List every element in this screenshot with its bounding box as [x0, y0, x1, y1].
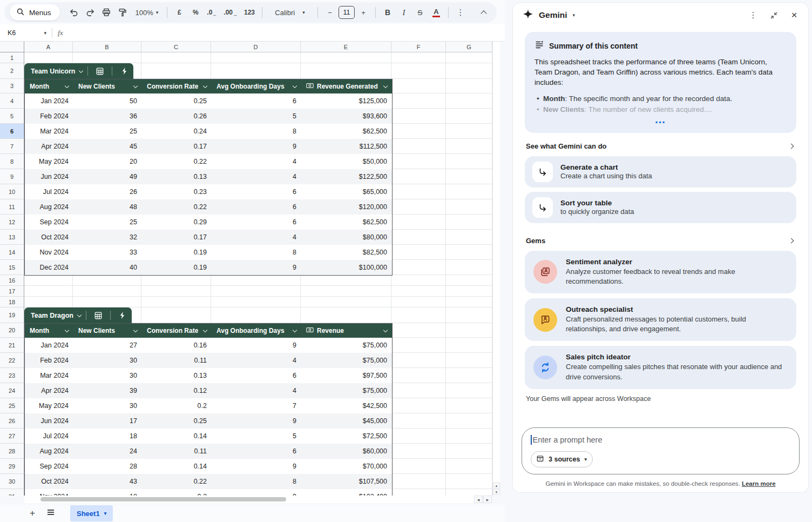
grid-cell[interactable]: [446, 459, 492, 474]
hide-toolbar-button[interactable]: [476, 5, 491, 20]
italic-button[interactable]: I: [396, 5, 411, 20]
table-cell[interactable]: 33: [73, 245, 142, 260]
table-cell[interactable]: $100,000: [301, 260, 392, 275]
grid-cell[interactable]: [141, 275, 211, 286]
row-header-25[interactable]: 25: [0, 398, 24, 413]
row-header-4[interactable]: 4: [0, 93, 24, 109]
grid-cell[interactable]: [446, 275, 492, 286]
grid-cell[interactable]: [391, 444, 446, 459]
table-cell[interactable]: $97,500: [301, 368, 392, 383]
grid-cell[interactable]: [446, 413, 492, 429]
horizontal-scrollbar[interactable]: [24, 496, 474, 503]
grid-cell[interactable]: [24, 275, 73, 286]
grid-cell[interactable]: [446, 79, 492, 93]
grid-cell[interactable]: [301, 63, 391, 79]
table-cell[interactable]: 0.22: [142, 474, 212, 489]
grid-cell[interactable]: [446, 230, 492, 245]
table-cell[interactable]: Aug 2024: [25, 444, 73, 459]
column-header-cell[interactable]: New Clients: [73, 324, 142, 338]
row-header-8[interactable]: 8: [0, 154, 24, 169]
table-cell[interactable]: Sep 2024: [25, 459, 73, 474]
table-cell[interactable]: 0.11: [142, 353, 212, 368]
table-cell[interactable]: 9: [212, 489, 301, 496]
collapse-panel-button[interactable]: [767, 9, 780, 22]
row-header-5[interactable]: 5: [0, 109, 24, 124]
column-header-G[interactable]: G: [446, 42, 492, 52]
grid-cell[interactable]: [391, 429, 446, 444]
grid-cell[interactable]: [391, 63, 446, 79]
table-cell[interactable]: 50: [73, 93, 142, 109]
table-cell[interactable]: 20: [73, 154, 142, 169]
grid-cell[interactable]: [446, 338, 492, 353]
table-tools-icon[interactable]: [93, 65, 107, 77]
table-cell[interactable]: May 2024: [25, 398, 73, 413]
table-cell[interactable]: 0.2: [142, 398, 212, 413]
decrease-decimal-button[interactable]: .0←: [204, 5, 220, 20]
table-cell[interactable]: 0.24: [142, 124, 212, 139]
all-sheets-button[interactable]: [43, 506, 58, 521]
grid-cell[interactable]: [301, 52, 391, 63]
grid-cell[interactable]: [391, 323, 446, 338]
learn-more-link[interactable]: Learn more: [742, 480, 776, 487]
grid-cell[interactable]: [211, 307, 301, 323]
table-cell[interactable]: $93,600: [301, 109, 392, 124]
table-tab-team-unicorn[interactable]: Team Unicorn: [24, 63, 133, 79]
table-cell[interactable]: Jun 2024: [25, 413, 73, 429]
table-cell[interactable]: $70,000: [301, 459, 392, 474]
panel-more-options-button[interactable]: ⋮: [747, 9, 760, 22]
table-cell[interactable]: Nov 2024: [25, 489, 73, 496]
column-header-F[interactable]: F: [391, 42, 446, 52]
table-cell[interactable]: 45: [73, 139, 142, 154]
grid-cell[interactable]: [73, 52, 141, 63]
grid-cell[interactable]: [301, 286, 391, 297]
grid-cell[interactable]: [211, 286, 301, 297]
table-cell[interactable]: 0.16: [142, 338, 212, 353]
grid-cell[interactable]: [446, 154, 492, 169]
table-cell[interactable]: $122,500: [301, 169, 392, 184]
table-cell[interactable]: Sep 2024: [25, 215, 73, 230]
table-cell[interactable]: 0.19: [142, 260, 212, 275]
table-cell[interactable]: 9: [212, 260, 301, 275]
bold-button[interactable]: B: [380, 5, 395, 20]
table-cell[interactable]: 0.12: [142, 383, 212, 398]
text-color-button[interactable]: A: [429, 5, 444, 20]
grid-cell[interactable]: [446, 63, 492, 79]
table-cell[interactable]: $62,500: [301, 215, 392, 230]
row-header-19[interactable]: 19: [0, 307, 24, 323]
row-header-31[interactable]: 31: [0, 489, 24, 496]
grid-cell[interactable]: [24, 286, 73, 297]
row-header-28[interactable]: 28: [0, 444, 24, 459]
table-cell[interactable]: 0.22: [142, 199, 212, 215]
table-cell[interactable]: 36: [73, 109, 142, 124]
table-cell[interactable]: 0.13: [142, 368, 212, 383]
add-sheet-button[interactable]: +: [25, 506, 40, 521]
table-cell[interactable]: 4: [212, 230, 301, 245]
column-header-cell[interactable]: Avg Onboarding Days: [212, 324, 301, 338]
table-cell[interactable]: 0.23: [142, 184, 212, 199]
table-cell[interactable]: Jan 2024: [25, 338, 73, 353]
grid-cell[interactable]: [391, 139, 446, 154]
table-cell[interactable]: 0.14: [142, 429, 212, 444]
grid-cell[interactable]: [391, 286, 446, 297]
table-cell[interactable]: 0.17: [142, 230, 212, 245]
grid-cell[interactable]: [446, 368, 492, 383]
grid-cell[interactable]: [446, 353, 492, 368]
table-cell[interactable]: 8: [212, 124, 301, 139]
table-cell[interactable]: 4: [212, 383, 301, 398]
table-cell[interactable]: 28: [73, 459, 142, 474]
table-cell[interactable]: 6: [212, 215, 301, 230]
table-cell[interactable]: 7: [212, 398, 301, 413]
grid-cell[interactable]: [301, 275, 391, 286]
grid-cell[interactable]: [391, 307, 446, 323]
generate-chart-card[interactable]: Generate a chart Create a chart using th…: [525, 156, 796, 188]
row-header-1[interactable]: 1: [0, 52, 24, 63]
table-cell[interactable]: $107,500: [301, 474, 392, 489]
grid-cell[interactable]: [446, 109, 492, 124]
table-cell[interactable]: 43: [73, 474, 142, 489]
grid-cell[interactable]: [301, 307, 391, 323]
grid-cell[interactable]: [141, 286, 211, 297]
table-cell[interactable]: $50,000: [301, 154, 392, 169]
zoom-select[interactable]: 100% ▾: [131, 5, 163, 20]
lightning-icon[interactable]: [117, 65, 131, 77]
table-cell[interactable]: Aug 2024: [25, 199, 73, 215]
